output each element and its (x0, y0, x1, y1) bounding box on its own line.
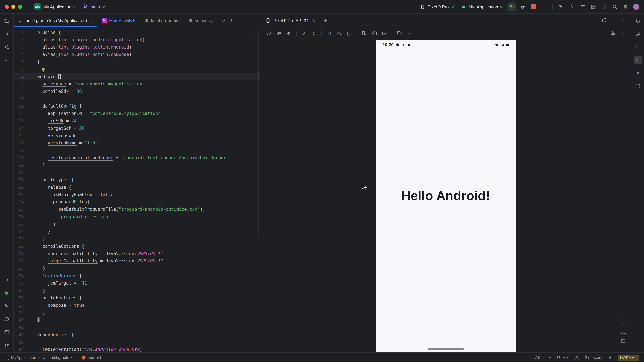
editor-scrollbar[interactable] (258, 29, 259, 236)
code-line[interactable]: 24 proguardFiles( (14, 198, 260, 206)
code-line[interactable]: 8 namespace = "com.example.myapplication… (14, 80, 260, 88)
code-line[interactable]: 31 sourceCompatibility = JavaVersion.VER… (14, 250, 260, 257)
code-line[interactable]: 13 minSdk = 24 (14, 117, 260, 125)
code-line[interactable]: 10 (14, 95, 260, 103)
gutter-line-number[interactable]: 35 (14, 280, 24, 287)
line-separator-widget[interactable]: LF (546, 355, 551, 360)
encoding-widget[interactable]: UTF-8 (557, 355, 568, 360)
gutter-line-number[interactable]: 20 (14, 169, 24, 176)
gutter-line-number[interactable]: 26 (14, 213, 24, 221)
code-line[interactable]: 37 buildFeatures { (14, 294, 260, 302)
volume-down-button[interactable] (286, 30, 292, 36)
gutter-line-number[interactable]: 16 (14, 139, 24, 147)
zoom-in-button[interactable]: + (620, 312, 626, 318)
gutter-line-number[interactable]: 36 (14, 287, 24, 294)
zoom-reset-button[interactable]: 1:1 (620, 330, 626, 335)
terminal-tool-button[interactable] (2, 328, 11, 337)
gutter-line-number[interactable]: 28 (14, 228, 24, 235)
code-line[interactable]: 20 (14, 169, 260, 176)
device-tab[interactable]: Pixel 9 Pro API 34 × (260, 14, 320, 27)
vim-mode-badge[interactable]: NORMAL (617, 355, 639, 361)
code-line[interactable]: 43 (14, 339, 260, 346)
code-line[interactable]: 41 (14, 324, 260, 331)
volume-up-button[interactable] (276, 30, 282, 36)
code-line[interactable]: 23 isMinifyEnabled = false (14, 191, 260, 198)
code-line[interactable]: 6 (14, 66, 260, 73)
gutter-line-number[interactable]: 32 (14, 257, 24, 265)
readonly-lock-icon[interactable] (574, 356, 579, 360)
gutter-line-number[interactable]: 17 (14, 147, 24, 154)
hidden-tabs-chevron-icon[interactable] (222, 18, 225, 21)
build-tool-button[interactable] (2, 302, 11, 310)
gutter-line-number[interactable]: 4 (14, 51, 24, 58)
gutter-line-number[interactable]: 9 (14, 88, 24, 95)
screen-record-button[interactable] (381, 30, 388, 36)
gutter-line-number[interactable]: 1 (14, 29, 24, 36)
gutter-line-number[interactable]: 23 (14, 191, 24, 198)
caret-position-widget[interactable]: 7:9 (535, 355, 540, 360)
gutter-line-number[interactable]: 3 (14, 43, 24, 51)
run-tool-button[interactable] (2, 276, 11, 284)
code-line[interactable]: 29 } (14, 235, 260, 243)
device-screen[interactable]: 10:20 Hello Android! (376, 40, 516, 352)
gutter-line-number[interactable]: 6 (14, 66, 24, 73)
logcat-tool-button[interactable] (2, 289, 11, 297)
device-manager-tool-button[interactable] (634, 42, 642, 51)
gutter-line-number[interactable]: 39 (14, 309, 24, 317)
gutter-line-number[interactable]: 5 (14, 58, 24, 66)
code-editor[interactable]: 1plugins {2 alias(libs.plugins.android.a… (14, 27, 260, 352)
code-line[interactable]: 12 applicationId = "com.example.myapplic… (14, 110, 260, 117)
app-quality-insights-tool-button[interactable] (634, 82, 642, 90)
code-line[interactable]: 9 compileSdk = 36 (14, 88, 260, 95)
open-in-window-icon[interactable] (602, 18, 607, 23)
tab-local-properties[interactable]: ⚙ local.properties (141, 14, 185, 27)
branch-widget[interactable]: main (80, 3, 107, 11)
layout-inspector-button[interactable] (589, 2, 598, 11)
code-line[interactable]: 21 buildTypes { (14, 176, 260, 184)
snapshots-button[interactable] (396, 30, 403, 36)
breadcrumb-block[interactable]: android (82, 355, 101, 360)
code-line[interactable]: 5} (14, 58, 260, 66)
rotate-right-button[interactable]: ↻ (310, 30, 317, 36)
gutter-line-number[interactable]: 21 (14, 176, 24, 184)
code-line[interactable]: 34 kotlinOptions { (14, 272, 260, 280)
code-line[interactable]: 17 (14, 147, 260, 154)
code-line[interactable]: 42dependencies { (14, 331, 260, 339)
quickfix-bulb-icon[interactable] (41, 66, 45, 73)
logcat-toolbar-button[interactable] (578, 2, 587, 11)
gutter-line-number[interactable]: 41 (14, 324, 24, 331)
gutter-line-number[interactable]: 12 (14, 110, 24, 117)
fullscreen-window-button[interactable] (18, 5, 22, 9)
gutter-line-number[interactable]: 24 (14, 198, 24, 206)
gutter-line-number[interactable]: 33 (14, 265, 24, 272)
power-button[interactable] (265, 30, 272, 36)
gutter-line-number[interactable]: 44 (14, 346, 24, 352)
code-line[interactable]: 32 targetCompatibility = JavaVersion.VER… (14, 257, 260, 265)
gutter-line-number[interactable]: 18 (14, 154, 24, 162)
minimize-window-button[interactable] (12, 5, 16, 9)
code-line[interactable]: 1plugins { (14, 29, 260, 36)
add-device-tab-button[interactable]: + (320, 14, 331, 27)
run-options-kebab[interactable]: ⋮ (540, 2, 548, 11)
ideavim-icon[interactable]: V (608, 355, 611, 360)
gutter-line-number[interactable]: 19 (14, 162, 24, 169)
gutter-line-number[interactable]: 27 (14, 221, 24, 228)
code-line[interactable]: 2 alias(libs.plugins.android.application… (14, 36, 260, 43)
search-everywhere-button[interactable] (610, 2, 619, 11)
gutter-line-number[interactable]: 37 (14, 294, 24, 302)
breadcrumb-file[interactable]: build.gradle.kts (42, 355, 76, 360)
breadcrumb-project[interactable]: MyApplication (5, 355, 36, 360)
running-devices-tool-button[interactable] (634, 56, 642, 64)
gutter-line-number[interactable]: 22 (14, 184, 24, 191)
more-tool-windows-button[interactable]: ⋯ (2, 56, 11, 64)
code-line[interactable]: 3 alias(libs.plugins.kotlin.android) (14, 43, 260, 51)
run-configuration-selector[interactable]: My_Application (458, 3, 506, 11)
gutter-line-number[interactable]: 43 (14, 339, 24, 346)
gutter-line-number[interactable]: 13 (14, 117, 24, 125)
gradle-tool-button[interactable] (634, 29, 642, 38)
profiler-button[interactable] (568, 2, 576, 11)
code-line[interactable]: 11 defaultConfig { (14, 103, 260, 110)
screenshot-button[interactable] (371, 30, 378, 36)
close-window-button[interactable] (5, 5, 9, 9)
close-tab-icon[interactable]: × (90, 18, 94, 23)
